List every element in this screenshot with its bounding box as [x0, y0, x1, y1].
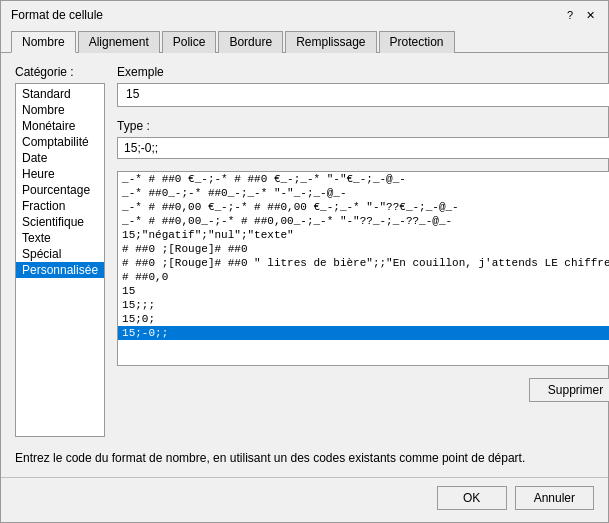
ok-label: OK	[463, 491, 480, 505]
list-item[interactable]: Nombre	[16, 102, 104, 118]
list-item[interactable]: Standard	[16, 86, 104, 102]
list-item[interactable]: 15;;;	[118, 298, 609, 312]
main-content: Catégorie : StandardNombreMonétaireCompt…	[1, 53, 608, 477]
left-panel: Catégorie : StandardNombreMonétaireCompt…	[15, 65, 105, 437]
list-item[interactable]: Fraction	[16, 198, 104, 214]
type-section: Type :	[117, 119, 609, 159]
list-item[interactable]: Monétaire	[16, 118, 104, 134]
tab-protection[interactable]: Protection	[379, 31, 455, 53]
tab-bar: Nombre Alignement Police Bordure Remplis…	[1, 27, 608, 53]
description-text: Entrez le code du format de nombre, en u…	[15, 445, 594, 465]
title-controls: ? ✕	[562, 7, 598, 23]
type-label: Type :	[117, 119, 609, 133]
supprimer-row: Supprimer	[117, 378, 609, 402]
main-row: Catégorie : StandardNombreMonétaireCompt…	[15, 65, 594, 437]
right-panel: Exemple 15 Type : _-* # ##0 €_-;-* # ##0…	[117, 65, 609, 437]
list-item[interactable]: _-* ##0_-;-* ##0_-;_-* "-"_-;_-@_-	[118, 186, 609, 200]
list-item[interactable]: Spécial	[16, 246, 104, 262]
list-item[interactable]: Personnalisée	[16, 262, 104, 278]
format-listbox[interactable]: _-* # ##0 €_-;-* # ##0 €_-;_-* "-"€_-;_-…	[117, 171, 609, 366]
list-item[interactable]: _-* # ##0,00 €_-;-* # ##0,00 €_-;_-* "-"…	[118, 200, 609, 214]
list-item[interactable]: # ##0 ;[Rouge]# ##0 " litres de bière";;…	[118, 256, 609, 270]
list-item[interactable]: Heure	[16, 166, 104, 182]
example-section: Exemple 15	[117, 65, 609, 107]
tab-bordure[interactable]: Bordure	[218, 31, 283, 53]
list-item[interactable]: 15;0;	[118, 312, 609, 326]
title-bar: Format de cellule ? ✕	[1, 1, 608, 27]
supprimer-button[interactable]: Supprimer	[529, 378, 609, 402]
categorie-label: Catégorie :	[15, 65, 105, 79]
list-item[interactable]: # ##0,0	[118, 270, 609, 284]
dialog-title: Format de cellule	[11, 8, 103, 22]
annuler-button[interactable]: Annuler	[515, 486, 594, 510]
bottom-row: OK Annuler	[1, 477, 608, 522]
exemple-value: 15	[117, 83, 609, 107]
list-item[interactable]: _-* # ##0 €_-;-* # ##0 €_-;_-* "-"€_-;_-…	[118, 172, 609, 186]
list-item[interactable]: Date	[16, 150, 104, 166]
help-button[interactable]: ?	[562, 7, 578, 23]
tab-nombre[interactable]: Nombre	[11, 31, 76, 53]
type-input[interactable]	[117, 137, 609, 159]
list-item[interactable]: 15;"négatif";"nul";"texte"	[118, 228, 609, 242]
list-item[interactable]: Comptabilité	[16, 134, 104, 150]
categorie-listbox[interactable]: StandardNombreMonétaireComptabilitéDateH…	[15, 83, 105, 437]
tab-remplissage[interactable]: Remplissage	[285, 31, 376, 53]
format-de-cellule-dialog: Format de cellule ? ✕ Nombre Alignement …	[0, 0, 609, 523]
close-button[interactable]: ✕	[582, 7, 598, 23]
ok-button[interactable]: OK	[437, 486, 507, 510]
exemple-label: Exemple	[117, 65, 609, 79]
list-item[interactable]: # ##0 ;[Rouge]# ##0	[118, 242, 609, 256]
annuler-label: Annuler	[534, 491, 575, 505]
tab-police[interactable]: Police	[162, 31, 217, 53]
list-item[interactable]: Pourcentage	[16, 182, 104, 198]
list-item[interactable]: 15;-0;;	[118, 326, 609, 340]
list-item[interactable]: _-* # ##0,00_-;-* # ##0,00_-;_-* "-"??_-…	[118, 214, 609, 228]
supprimer-label: Supprimer	[548, 383, 603, 397]
list-item[interactable]: Texte	[16, 230, 104, 246]
list-item[interactable]: Scientifique	[16, 214, 104, 230]
tab-alignement[interactable]: Alignement	[78, 31, 160, 53]
list-item[interactable]: 15	[118, 284, 609, 298]
